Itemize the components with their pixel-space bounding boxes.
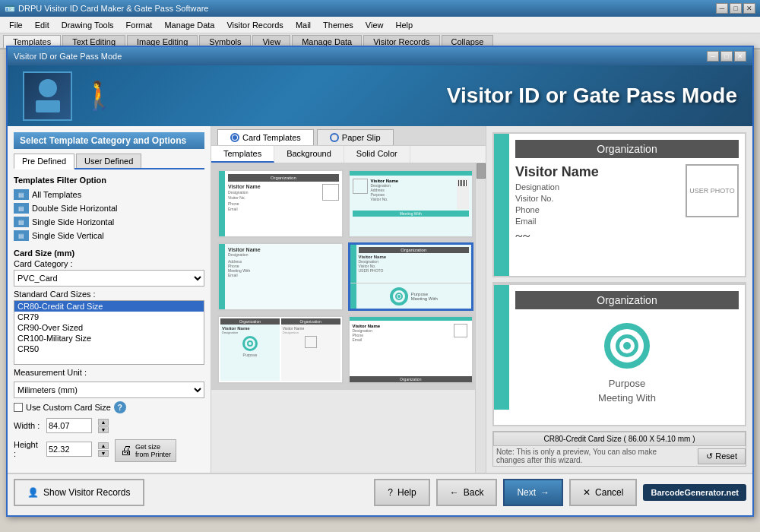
card-category-label: Card Category : <box>14 259 73 268</box>
radio-card <box>230 133 239 142</box>
template-card-5[interactable]: Organization Visitor Name Designation Pu… <box>217 315 344 384</box>
get-size-button[interactable]: 🖨 Get size from Printer <box>115 439 176 462</box>
tab-paper-slip[interactable]: Paper Slip <box>317 129 394 145</box>
template-card-4[interactable]: Organization Visitor Name Designation Vi… <box>348 242 474 311</box>
menu-help[interactable]: Help <box>389 19 419 31</box>
center-panel: Card Templates Paper Slip Templates Back… <box>211 126 486 473</box>
filter-single-horiz[interactable]: ▤ Single Side Horizontal <box>14 215 204 229</box>
preview-visitor-name: Visitor Name <box>515 164 679 180</box>
next-button[interactable]: Next → <box>503 479 563 506</box>
filter-singleh-label: Single Side Horizontal <box>32 217 114 226</box>
left-panel: Select Template Category and Options Pre… <box>8 126 211 473</box>
app-title: DRPU Visitor ID Card Maker & Gate Pass S… <box>18 4 208 13</box>
filter-all[interactable]: ▤ All Templates <box>14 188 204 201</box>
size-cr90[interactable]: CR90-Over Sized <box>14 322 204 333</box>
show-records-icon: 👤 <box>27 487 39 498</box>
height-down[interactable]: ▼ <box>98 450 109 457</box>
dialog-close-buttons: ─ □ ✕ <box>707 51 746 62</box>
filter-single-vert[interactable]: ▤ Single Side Vertical <box>14 229 204 242</box>
target-center <box>623 342 631 350</box>
minimize-button[interactable]: ─ <box>716 3 728 14</box>
preview-back-card: Organization Purpose Meeting With <box>492 282 746 427</box>
card-templates-label: Card Templates <box>242 133 301 142</box>
subtab-background[interactable]: Background <box>274 146 344 163</box>
filter-double-label: Double Side Horizontal <box>32 204 118 213</box>
tab-card-templates[interactable]: Card Templates <box>217 129 314 145</box>
preview-side-bar <box>494 134 509 276</box>
reset-button[interactable]: ↺ Reset <box>698 448 746 464</box>
template-card-6[interactable]: Visitor Name Designation Phone Email Org… <box>348 315 474 384</box>
templates-grid: Organization Visitor Name Designation Vi… <box>211 163 486 390</box>
menu-themes[interactable]: Themes <box>317 19 359 31</box>
reset-label: Reset <box>715 451 737 461</box>
template-card-3[interactable]: Visitor Name Designation Address Phone M… <box>217 242 344 311</box>
menu-edit[interactable]: Edit <box>29 19 55 31</box>
paper-slip-label: Paper Slip <box>342 133 381 142</box>
size-cr80[interactable]: CR80-Credit Card Size <box>14 301 204 312</box>
radio-paper <box>330 133 339 142</box>
menu-visitor-records[interactable]: Visitor Records <box>220 19 289 31</box>
close-button[interactable]: ✕ <box>743 3 755 14</box>
size-cr100[interactable]: CR100-Military Size <box>14 333 204 344</box>
help-button[interactable]: ? Help <box>374 479 429 506</box>
back-icon: ← <box>450 487 459 498</box>
height-input[interactable] <box>46 442 92 457</box>
back-button[interactable]: ← Back <box>436 479 498 506</box>
preview-content: Organization Visitor Name Designation Vi… <box>509 134 745 276</box>
cancel-button[interactable]: ✕ Cancel <box>569 479 637 506</box>
filter-double-side[interactable]: ▤ Double Side Horizontal <box>14 201 204 215</box>
preview-purpose: Purpose <box>609 378 645 389</box>
card-size-label: Card Size (mm) <box>14 249 204 258</box>
size-cr79[interactable]: CR79 <box>14 312 204 322</box>
back-label: Back <box>464 487 484 498</box>
custom-size-checkbox[interactable] <box>14 403 23 412</box>
grid-scrollbar[interactable] <box>475 163 486 473</box>
width-up[interactable]: ▲ <box>98 419 109 426</box>
action-bar: 👤 Show Visitor Records ? Help ← Back Nex… <box>8 473 752 511</box>
template-card-2[interactable]: Visitor Name Designation Address Purpose… <box>348 169 474 238</box>
menu-view[interactable]: View <box>359 19 390 31</box>
subtab-templates[interactable]: Templates <box>211 146 274 163</box>
measurement-row: Measurement Unit : <box>14 368 204 377</box>
size-cr50[interactable]: CR50 <box>14 344 204 354</box>
width-input[interactable] <box>46 418 92 433</box>
menu-mail[interactable]: Mail <box>290 19 317 31</box>
info-button[interactable]: ? <box>114 401 126 413</box>
subtab-solid-color[interactable]: Solid Color <box>344 146 410 163</box>
menu-bar: File Edit Drawing Tools Format Manage Da… <box>0 17 760 33</box>
target-icon <box>604 323 650 369</box>
banner: 🚶 Visitor ID or Gate Pass Mode <box>8 65 752 126</box>
width-down[interactable]: ▼ <box>98 426 109 433</box>
scrollbar-thumb[interactable] <box>477 163 486 179</box>
menu-drawing-tools[interactable]: Drawing Tools <box>55 19 120 31</box>
card-category-select[interactable]: PVC_Card <box>14 270 204 287</box>
category-tabs: Pre Defined User Defined <box>14 154 204 169</box>
dialog-close[interactable]: ✕ <box>734 51 746 62</box>
help-icon: ? <box>388 487 393 498</box>
tab-predefined[interactable]: Pre Defined <box>14 154 74 169</box>
restore-button[interactable]: □ <box>730 3 742 14</box>
height-up[interactable]: ▲ <box>98 442 109 449</box>
dialog-minimize[interactable]: ─ <box>707 51 719 62</box>
preview-visitor-no: Visitor No. <box>515 194 679 203</box>
tab-userdefined[interactable]: User Defined <box>76 154 141 168</box>
template-card-1[interactable]: Organization Visitor Name Designation Vi… <box>217 169 344 238</box>
dialog-restore[interactable]: □ <box>720 51 733 62</box>
menu-format[interactable]: Format <box>120 19 159 31</box>
show-visitor-records-button[interactable]: 👤 Show Visitor Records <box>14 479 144 506</box>
preview-front: Organization Visitor Name Designation Vi… <box>494 134 745 276</box>
target-inner <box>616 334 638 357</box>
measurement-select[interactable]: Milimeters (mm) <box>14 382 204 398</box>
dialog-title: Visitor ID or Gate Pass Mode <box>14 52 122 61</box>
filter-singlev-label: Single Side Vertical <box>32 231 104 240</box>
panel-title: Select Template Category and Options <box>14 132 204 149</box>
preview-signature: ~~ <box>515 229 679 245</box>
card-sizes-list[interactable]: CR80-Credit Card Size CR79 CR90-Over Siz… <box>14 300 204 365</box>
app-icon: 🪪 <box>5 4 15 14</box>
title-bar-left: 🪪 DRPU Visitor ID Card Maker & Gate Pass… <box>5 4 208 14</box>
help-label: Help <box>397 487 416 498</box>
filter-all-label: All Templates <box>32 190 81 199</box>
menu-file[interactable]: File <box>3 19 29 31</box>
menu-manage-data[interactable]: Manage Data <box>158 19 220 31</box>
filter-label: Templates Filter Option <box>14 176 204 185</box>
